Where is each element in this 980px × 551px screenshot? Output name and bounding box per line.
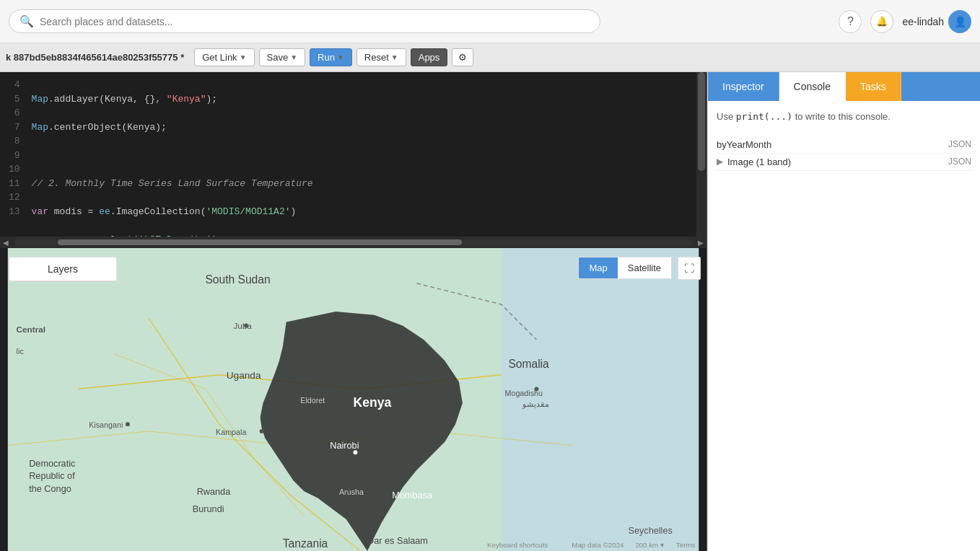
search-input[interactable] [40,16,590,27]
fullscreen-button[interactable]: ⛶ [678,257,701,280]
apps-label: Apps [419,52,440,63]
svg-text:مقديشو: مقديشو [522,400,549,409]
inspector-tab-label: Inspector [722,81,764,92]
right-panel: Inspector Console Tasks Use print(...) t… [707,72,980,551]
svg-text:Nairobi: Nairobi [330,441,359,451]
username-label: ee-lindah [902,16,944,27]
line-numbers: 4 5 6 7 8 9 10 11 12 13 [0,72,26,237]
toolbar: k 887bd5eb8834f465614ae80253f55775 * Get… [0,43,980,72]
user-avatar: 👤 [948,10,971,33]
h-scrollbar-track[interactable] [14,239,692,245]
svg-text:Burundi: Burundi [193,504,224,514]
help-icon: ? [847,15,854,28]
horizontal-scrollbar-area[interactable]: ◀ ▶ [0,237,706,248]
notification-icon: 🔔 [876,16,888,27]
map-type-buttons: Map Satellite [578,257,672,279]
code-content[interactable]: Map.addLayer(Kenya, {}, "Kenya"); Map.ce… [26,72,706,237]
console-item-type-1: JSON [948,157,971,167]
console-item-name-0: byYearMonth [717,139,771,150]
vertical-scrollbar[interactable] [696,72,706,237]
reset-label: Reset [364,52,389,63]
code-line-6 [32,149,701,163]
panel-tabs: Inspector Console Tasks [708,72,980,101]
svg-text:Mombasa: Mombasa [392,490,433,501]
svg-text:the Congo: the Congo [29,484,71,494]
settings-button[interactable]: ⚙ [452,48,473,66]
script-id: k 887bd5eb8834f465614ae80253f55775 * [6,52,184,63]
svg-text:Somalia: Somalia [508,358,549,370]
run-arrow: ▼ [337,53,344,61]
code-editor-panel: 4 5 6 7 8 9 10 11 12 13 Map.addLayer(Ken… [0,72,707,551]
h-scroll-thumb [58,239,462,245]
gear-icon: ⚙ [458,52,467,63]
layers-label: Layers [48,263,78,275]
search-container: 🔍 [9,9,600,33]
tab-tasks[interactable]: Tasks [846,72,901,101]
svg-text:Kisangani: Kisangani [89,420,123,429]
top-bar: 🔍 ? 🔔 ee-lindah 👤 [0,0,980,43]
scroll-right-btn[interactable]: ▶ [695,239,706,247]
svg-text:Arusha: Arusha [339,488,364,496]
map-panel: South Sudan Uganda Juba Kenya Somalia Mo… [0,248,706,551]
code-lines: 4 5 6 7 8 9 10 11 12 13 Map.addLayer(Ken… [0,72,706,237]
run-label: Run [318,52,335,63]
tab-console[interactable]: Console [779,72,846,101]
apps-button[interactable]: Apps [411,48,448,66]
svg-text:200 km ▾: 200 km ▾ [635,541,664,549]
svg-text:South Sudan: South Sudan [205,273,270,286]
code-editor[interactable]: 4 5 6 7 8 9 10 11 12 13 Map.addLayer(Ken… [0,72,706,237]
svg-text:Republic of: Republic of [29,471,75,481]
scroll-left-btn[interactable]: ◀ [0,239,12,247]
console-tab-label: Console [794,81,831,92]
console-content: Use print(...) to write to this console.… [708,101,980,551]
get-link-arrow: ▼ [240,53,247,61]
svg-point-21 [126,422,130,426]
top-right-area: ? 🔔 ee-lindah 👤 [839,10,971,33]
code-line-4: Map.addLayer(Kenya, {}, "Kenya"); [32,92,701,107]
main-area: 4 5 6 7 8 9 10 11 12 13 Map.addLayer(Ken… [0,72,980,551]
svg-point-11 [535,387,539,391]
svg-text:Terms: Terms [676,541,696,549]
run-button[interactable]: Run ▼ [310,48,352,66]
console-item-0[interactable]: byYearMonth JSON [717,136,971,154]
console-item-type-0: JSON [948,139,971,149]
map-svg: South Sudan Uganda Juba Kenya Somalia Mo… [0,248,706,551]
console-item-left-0: byYearMonth [717,139,771,150]
svg-point-24 [354,450,358,454]
reset-button[interactable]: Reset ▼ [356,48,406,66]
console-item-1[interactable]: ▶ Image (1 band) JSON [717,154,971,171]
get-link-button[interactable]: Get Link ▼ [194,48,254,66]
console-hint: Use print(...) to write to this console. [717,110,971,125]
svg-text:Rwanda: Rwanda [197,487,231,497]
svg-text:Democratic: Democratic [29,459,76,469]
svg-point-6 [244,324,248,328]
code-line-8: var modis = ee.ImageCollection('MODIS/MO… [32,205,701,219]
svg-text:Seychelles: Seychelles [628,526,672,536]
svg-text:Central: Central [17,325,45,334]
console-item-name-1: Image (1 band) [727,157,791,167]
scroll-thumb [698,72,705,171]
console-item-left-1: ▶ Image (1 band) [717,157,791,167]
search-icon: 🔍 [19,14,34,28]
user-menu[interactable]: ee-lindah 👤 [902,10,971,33]
satellite-view-button[interactable]: Satellite [618,257,671,278]
svg-text:Kenya: Kenya [354,395,392,410]
svg-text:Tanzania: Tanzania [283,537,328,550]
save-label: Save [267,52,289,63]
expand-arrow-1[interactable]: ▶ [717,157,723,167]
fullscreen-icon: ⛶ [684,263,694,274]
help-button[interactable]: ? [839,10,862,33]
map-view-button[interactable]: Map [579,257,617,278]
svg-text:Dar es Salaam: Dar es Salaam [367,536,428,546]
tab-inspector[interactable]: Inspector [708,72,779,101]
save-button[interactable]: Save ▼ [259,48,306,66]
layers-panel[interactable]: Layers [9,257,117,281]
svg-text:Uganda: Uganda [227,370,261,381]
tasks-tab-label: Tasks [860,81,886,92]
notification-button[interactable]: 🔔 [870,10,893,33]
get-link-label: Get Link [202,52,237,63]
code-line-7: // 2. Monthly Time Series Land Surface T… [32,177,701,191]
svg-text:Kampala: Kampala [216,428,246,436]
code-line-5: Map.centerObject(Kenya); [32,120,701,135]
svg-text:Eldoret: Eldoret [300,396,325,405]
